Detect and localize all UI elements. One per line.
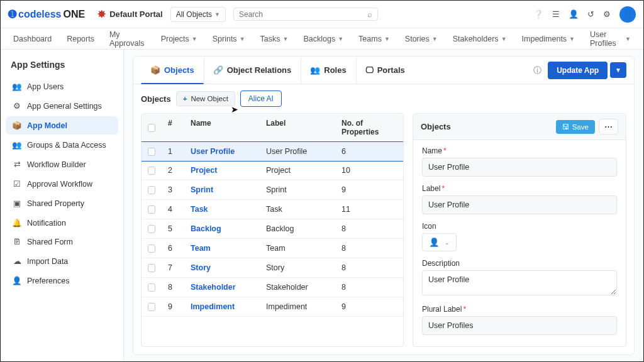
nav-dashboard[interactable]: Dashboard: [13, 35, 52, 43]
nav-sprints[interactable]: Sprints▼: [213, 35, 245, 43]
chevron-down-icon: ▼: [384, 36, 390, 42]
select-all-checkbox[interactable]: [148, 124, 155, 132]
nav-stakeholders[interactable]: Stakeholders▼: [453, 35, 507, 43]
table-row[interactable]: 8StakeholderStakeholder8: [142, 278, 403, 297]
nav-teams[interactable]: Teams▼: [358, 35, 390, 43]
help-icon[interactable]: ❔: [533, 9, 543, 19]
navbar: DashboardReportsMy ApprovalsProjects▼Spr…: [1, 28, 643, 50]
nav-projects[interactable]: Projects▼: [161, 35, 197, 43]
icon-picker[interactable]: 👤⌄: [422, 233, 457, 251]
row-checkbox[interactable]: [148, 244, 155, 253]
user-add-icon[interactable]: 👤: [569, 9, 579, 19]
table-row[interactable]: 1User ProfileUser Profile6: [141, 141, 404, 162]
object-name-link[interactable]: Story: [191, 263, 211, 272]
row-number: 9: [162, 297, 184, 316]
row-checkbox[interactable]: [148, 303, 155, 311]
row-checkbox[interactable]: [148, 186, 155, 194]
sidebar-item-shared-form[interactable]: 🖹Shared Form: [6, 233, 118, 251]
sidebar-item-shared-property[interactable]: ▣Shared Property: [6, 194, 118, 212]
alice-ai-button[interactable]: Alice AI: [240, 90, 282, 107]
update-app-caret[interactable]: ▼: [610, 62, 626, 78]
sidebar-icon: ⇄: [12, 160, 22, 169]
avatar[interactable]: 👤: [619, 6, 636, 23]
tab-icon: 🔗: [213, 65, 223, 75]
nav-impediments[interactable]: Impediments▼: [522, 35, 575, 43]
name-field[interactable]: [422, 158, 617, 177]
nav-user-profiles[interactable]: User Profiles▼: [590, 30, 631, 48]
sidebar-item-app-model[interactable]: 📦App Model: [6, 116, 118, 134]
search-input[interactable]: [239, 10, 367, 19]
search-icon: ⌕: [367, 9, 372, 19]
plural-field[interactable]: [422, 316, 617, 335]
sidebar-item-import-data[interactable]: ☁Import Data: [6, 252, 118, 270]
nav-my-approvals[interactable]: My Approvals: [109, 30, 146, 48]
nav-reports[interactable]: Reports: [67, 35, 94, 43]
tab-object-relations[interactable]: 🔗Object Relations: [204, 57, 301, 84]
object-name-link[interactable]: Sprint: [191, 185, 213, 194]
row-number: 4: [162, 200, 184, 219]
chevron-down-icon: ▼: [501, 36, 507, 42]
logo-icon: ➊: [8, 8, 16, 20]
sidebar-title: App Settings: [11, 60, 113, 70]
table-row[interactable]: 4TaskTask11: [142, 200, 403, 219]
portal-selector[interactable]: ✸ Default Portal: [97, 8, 163, 20]
search-input-wrap[interactable]: ⌕: [233, 8, 378, 21]
sidebar-item-preferences[interactable]: 👤Preferences: [6, 272, 118, 290]
new-object-button[interactable]: + New Object ➤: [176, 91, 235, 106]
gear-icon[interactable]: ⚙: [603, 9, 611, 19]
sidebar: App Settings 👥App Users⚙App General Sett…: [1, 50, 124, 361]
row-checkbox[interactable]: [148, 283, 155, 292]
object-name-link[interactable]: Project: [191, 166, 217, 175]
object-name-link[interactable]: Backlog: [191, 224, 221, 233]
tab-portals[interactable]: 🖵Portals: [356, 57, 414, 84]
object-name-link[interactable]: Stakeholder: [191, 283, 236, 292]
row-checkbox[interactable]: [148, 264, 155, 272]
object-name-link[interactable]: Impediment: [191, 302, 235, 311]
table-row[interactable]: 5BacklogBacklog8: [142, 219, 403, 239]
table-row[interactable]: 3SprintSprint9: [142, 180, 403, 200]
person-icon: 👤: [429, 238, 440, 247]
row-checkbox[interactable]: [148, 206, 155, 214]
nav-backlogs[interactable]: Backlogs▼: [303, 35, 343, 43]
database-icon[interactable]: ☰: [552, 9, 560, 19]
sidebar-item-approval-workflow[interactable]: ☑Approval Workflow: [6, 175, 118, 193]
icon-label: Icon: [422, 222, 617, 231]
sidebar-item-groups-data-access[interactable]: 👥Groups & Data Access: [6, 136, 118, 154]
breadcrumb: Objects: [141, 94, 171, 104]
description-field[interactable]: User Profile: [422, 270, 617, 295]
row-checkbox[interactable]: [148, 167, 155, 175]
row-props: 10: [335, 161, 403, 180]
save-button[interactable]: 🖫Save: [556, 120, 595, 134]
more-button[interactable]: ⋯: [599, 119, 618, 134]
row-checkbox[interactable]: [148, 225, 155, 233]
tab-roles[interactable]: 👥Roles: [301, 57, 355, 84]
logo[interactable]: ➊codelessONE: [8, 8, 85, 20]
history-icon[interactable]: ↺: [587, 9, 594, 19]
label-field[interactable]: [422, 195, 617, 214]
nav-stories[interactable]: Stories▼: [405, 35, 438, 43]
table-row[interactable]: 2ProjectProject10: [142, 161, 403, 180]
object-name-link[interactable]: Task: [191, 205, 208, 214]
tab-objects[interactable]: 📦Objects: [141, 57, 204, 84]
chevron-down-icon: ▼: [214, 11, 220, 18]
sidebar-item-workflow-builder[interactable]: ⇄Workflow Builder: [6, 155, 118, 173]
table-row[interactable]: 7StoryStory8: [142, 258, 403, 278]
update-app-button[interactable]: Update App: [548, 62, 608, 79]
object-scope-select[interactable]: All Objects▼: [170, 7, 226, 22]
sidebar-icon: ▣: [12, 199, 22, 208]
chevron-down-icon: ▼: [283, 36, 289, 42]
sidebar-item-app-general-settings[interactable]: ⚙App General Settings: [6, 97, 118, 115]
table-row[interactable]: 6TeamTeam8: [142, 239, 403, 258]
row-label: Task: [260, 200, 335, 219]
sidebar-item-app-users[interactable]: 👥App Users: [6, 77, 118, 96]
info-icon[interactable]: ⓘ: [533, 65, 541, 76]
row-props: 8: [335, 219, 403, 238]
object-name-link[interactable]: User Profile: [191, 147, 235, 156]
name-label: Name*: [422, 146, 617, 155]
row-number: 3: [162, 180, 184, 199]
object-name-link[interactable]: Team: [191, 244, 211, 253]
nav-tasks[interactable]: Tasks▼: [260, 35, 289, 43]
sidebar-item-notification[interactable]: 🔔Notification: [6, 214, 118, 232]
table-row[interactable]: 9ImpedimentImpediment9: [142, 297, 403, 317]
row-checkbox[interactable]: [148, 148, 155, 156]
